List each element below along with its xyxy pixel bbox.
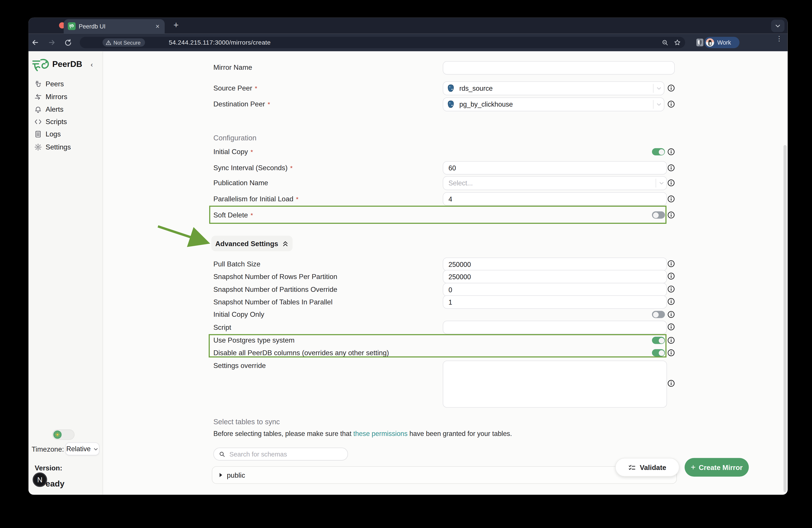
info-icon[interactable] xyxy=(667,100,675,108)
info-icon[interactable] xyxy=(667,349,675,357)
sidebar-item-label: Scripts xyxy=(46,118,67,126)
publication-placeholder: Select... xyxy=(448,179,655,187)
info-icon[interactable] xyxy=(667,148,675,156)
destination-peer-select[interactable]: pg_by_clickhouse xyxy=(443,97,664,111)
permissions-link[interactable]: these permissions xyxy=(353,430,408,438)
mirror-name-label: Mirror Name xyxy=(213,63,252,71)
snapshot-rows-label: Snapshot Number of Rows Per Partition xyxy=(213,273,337,281)
info-icon[interactable] xyxy=(667,84,675,92)
sidebar-item-scripts[interactable]: Scripts xyxy=(28,116,103,128)
chevron-down-icon[interactable] xyxy=(656,180,667,186)
tab-strip: Peerdb UI × + xyxy=(28,18,788,34)
sidebar-collapse-icon[interactable]: ‹ xyxy=(91,61,93,68)
version-label: Version: xyxy=(35,464,62,472)
info-icon[interactable] xyxy=(667,285,675,293)
script-label: Script xyxy=(213,324,231,331)
tab-peerdb-ui[interactable]: Peerdb UI × xyxy=(64,19,165,34)
publication-name-label: Publication Name xyxy=(213,179,268,187)
timezone-label: Timezone: xyxy=(31,445,64,453)
info-icon[interactable] xyxy=(667,380,675,387)
mirror-name-input[interactable] xyxy=(443,61,675,75)
sun-icon xyxy=(54,430,62,439)
create-mirror-button[interactable]: + Create Mirror xyxy=(685,458,749,476)
bookmark-star-icon[interactable] xyxy=(673,39,681,46)
snapshot-partitions-label: Snapshot Number of Partitions Override xyxy=(213,286,337,294)
expand-triangle-icon[interactable] xyxy=(220,473,222,477)
source-peer-select[interactable]: rds_source xyxy=(443,81,664,95)
info-icon[interactable] xyxy=(667,195,675,203)
chevrons-up-icon xyxy=(282,240,289,247)
publication-name-select[interactable]: Select... xyxy=(443,176,667,190)
parallelism-input[interactable] xyxy=(443,192,667,206)
reload-button[interactable] xyxy=(61,34,75,52)
sidebar-item-mirrors[interactable]: Mirrors xyxy=(28,91,103,103)
tab-search-button[interactable] xyxy=(771,20,785,32)
sidebar-item-label: Mirrors xyxy=(46,93,68,101)
chevron-down-icon[interactable] xyxy=(654,102,664,107)
page-content: PeerDB ‹ Peers Mirrors Alerts Scripts xyxy=(28,51,788,495)
create-mirror-form: Mirror Name Source Peer* rds_source Dest… xyxy=(103,51,788,495)
back-button[interactable] xyxy=(28,34,42,52)
info-icon[interactable] xyxy=(667,164,675,172)
schema-search-input[interactable] xyxy=(228,450,348,458)
not-secure-chip[interactable]: Not Secure xyxy=(103,39,145,47)
alerts-bell-icon xyxy=(34,105,42,113)
theme-toggle[interactable] xyxy=(52,430,75,440)
configuration-heading: Configuration xyxy=(213,134,257,142)
pull-batch-size-label: Pull Batch Size xyxy=(213,260,260,268)
initial-copy-only-toggle[interactable] xyxy=(652,311,665,318)
sidebar-item-logs[interactable]: Logs xyxy=(28,128,103,140)
schema-search[interactable] xyxy=(213,448,348,461)
timezone-select[interactable]: Relative xyxy=(65,442,100,455)
sidebar-item-settings[interactable]: Settings xyxy=(28,142,103,153)
app-sidebar: PeerDB ‹ Peers Mirrors Alerts Scripts xyxy=(28,51,103,495)
nextjs-badge[interactable]: N xyxy=(33,472,47,487)
schema-row-public[interactable]: public xyxy=(212,466,677,484)
sidebar-item-peers[interactable]: Peers xyxy=(28,78,103,90)
timezone-value: Relative xyxy=(66,445,90,453)
settings-override-textarea[interactable] xyxy=(443,360,667,408)
address-bar[interactable]: Not Secure 54.244.215.117:3000/mirrors/c… xyxy=(79,37,685,48)
zoom-icon[interactable] xyxy=(662,39,669,46)
initial-copy-toggle[interactable] xyxy=(652,148,665,155)
initial-copy-label: Initial Copy* xyxy=(213,148,253,156)
info-icon[interactable] xyxy=(667,179,675,187)
annotation-highlight-peerdb-columns xyxy=(209,334,667,358)
sidebar-item-label: Alerts xyxy=(46,105,63,113)
url-text: 54.244.215.117:3000/mirrors/create xyxy=(169,39,271,46)
info-icon[interactable] xyxy=(667,323,675,331)
checklist-icon xyxy=(628,463,636,471)
postgres-icon xyxy=(446,84,455,93)
sidebar-item-alerts[interactable]: Alerts xyxy=(28,103,103,115)
select-tables-heading: Select tables to sync xyxy=(213,418,280,426)
browser-toolbar: Not Secure 54.244.215.117:3000/mirrors/c… xyxy=(28,34,788,52)
validate-button[interactable]: Validate xyxy=(615,458,679,476)
peers-plug-icon xyxy=(34,80,42,88)
snapshot-partitions-input[interactable] xyxy=(443,283,667,296)
info-icon[interactable] xyxy=(667,211,675,219)
destination-peer-value: pg_by_clickhouse xyxy=(460,100,653,108)
forward-button[interactable] xyxy=(45,34,58,52)
new-tab-button[interactable]: + xyxy=(169,18,183,32)
script-input[interactable] xyxy=(443,321,667,334)
sync-interval-input[interactable] xyxy=(443,161,667,175)
tab-title: Peerdb UI xyxy=(79,24,106,30)
scrollbar-thumb[interactable] xyxy=(784,145,787,492)
browser-menu-icon[interactable]: ⋮ xyxy=(776,38,778,47)
snapshot-rows-input[interactable] xyxy=(443,270,667,283)
info-icon[interactable] xyxy=(667,260,675,268)
info-icon[interactable] xyxy=(667,311,675,318)
tab-close-icon[interactable]: × xyxy=(156,23,160,30)
brand-title: PeerDB xyxy=(52,60,82,69)
chevron-down-icon[interactable] xyxy=(654,85,664,91)
info-icon[interactable] xyxy=(667,337,675,344)
profile-button[interactable]: Work xyxy=(704,37,740,48)
profile-avatar xyxy=(706,39,714,47)
info-icon[interactable] xyxy=(667,272,675,280)
snapshot-tables-input[interactable] xyxy=(443,295,667,309)
mirrors-arrows-icon xyxy=(34,93,42,101)
advanced-settings-button[interactable]: Advanced Settings xyxy=(212,236,293,251)
snapshot-tables-label: Snapshot Number of Tables In Parallel xyxy=(213,298,333,306)
pull-batch-size-input[interactable] xyxy=(443,257,667,271)
info-icon[interactable] xyxy=(667,298,675,305)
